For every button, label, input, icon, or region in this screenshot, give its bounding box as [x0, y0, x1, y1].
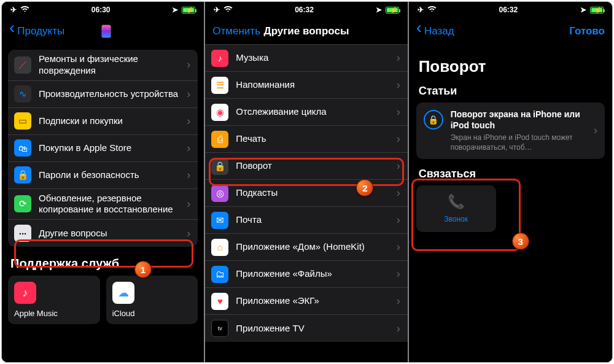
chevron-right-icon: › [187, 142, 190, 155]
tv-icon: tv [211, 320, 228, 337]
chevron-right-icon: › [397, 52, 400, 64]
row-homekit[interactable]: ⌂ Приложение «Дом» (HomeKit) › [205, 234, 407, 261]
screen-rotation: ✈ 06:32 ➤ ⚡ Назад Готово Поворот Статьи [409, 2, 612, 362]
row-tv[interactable]: tv Приложение TV › [205, 315, 407, 342]
chevron-right-icon: › [187, 58, 190, 71]
ecg-icon: ♥ [211, 293, 228, 310]
location-icon: ➤ [376, 6, 382, 14]
service-apple-music[interactable]: ♪ Apple Music [8, 276, 100, 324]
row-repairs[interactable]: ／ Ремонты и физические повреждения › [8, 50, 198, 81]
podcasts-icon: ◎ [211, 185, 228, 202]
mail-icon: ✉ [211, 212, 228, 229]
chevron-right-icon: › [187, 115, 190, 128]
contact-label: Звонок [444, 215, 468, 223]
article-row[interactable]: 🔒 Поворот экрана на iPhone или iPod touc… [416, 103, 605, 159]
row-podcasts[interactable]: ◎ Подкасты › [205, 180, 407, 207]
other-questions-list: ♪ Музыка › ☰ Напоминания › ◉ Отслеживани… [205, 45, 407, 342]
nav-title: Другие вопросы [262, 25, 351, 37]
article-subtitle: Экран на iPhone и iPod touch может повор… [451, 133, 586, 152]
chevron-right-icon: › [397, 268, 400, 281]
articles-header: Статьи [419, 85, 602, 98]
bag-icon: 🛍 [14, 139, 31, 157]
badge-3: 3 [512, 233, 529, 250]
contact-header: Связаться [419, 168, 602, 180]
row-backup[interactable]: ⟳ Обновление, резервное копирование и во… [8, 189, 198, 220]
row-performance[interactable]: ∿ Производительность устройства › [8, 81, 198, 108]
chevron-right-icon: › [397, 241, 400, 254]
row-reminders[interactable]: ☰ Напоминания › [205, 72, 407, 99]
topics-list: ／ Ремонты и физические повреждения › ∿ П… [8, 50, 198, 247]
row-subscriptions[interactable]: ▭ Подписки и покупки › [8, 108, 198, 135]
row-applestore[interactable]: 🛍 Покупки в Apple Store › [8, 135, 198, 162]
back-button[interactable]: Продукты [9, 25, 64, 37]
rotation-lock-icon: 🔒 [424, 110, 443, 130]
row-print[interactable]: ⎙ Печать › [205, 126, 407, 153]
home-icon: ⌂ [211, 239, 228, 256]
cancel-button[interactable]: Отменить [212, 25, 262, 37]
screen-products: ✈ 06:30 ➤ ⚡ Продукты ／ [2, 2, 205, 362]
done-button[interactable]: Готово [556, 25, 605, 37]
chevron-right-icon: › [187, 169, 190, 182]
nav-bar: Продукты [2, 18, 204, 45]
files-icon: 🗂 [211, 266, 228, 283]
battery-icon: ⚡ [386, 7, 399, 14]
location-icon: ➤ [580, 6, 586, 14]
airplane-icon: ✈ [418, 6, 424, 14]
services-header: Поддержка служб [10, 257, 195, 271]
screen-other-questions: ✈ 06:32 ➤ ⚡ Отменить Другие вопросы ♪ Му… [205, 2, 408, 362]
chevron-right-icon: › [397, 214, 400, 227]
article-title: Поворот экрана на iPhone или iPod touch [451, 109, 586, 131]
row-rotation[interactable]: 🔒 Поворот › [205, 153, 407, 180]
chevron-left-icon [416, 25, 422, 37]
music-icon: ♪ [14, 282, 36, 304]
music-icon: ♪ [211, 50, 228, 67]
lock-icon: 🔒 [14, 166, 31, 184]
chevron-right-icon: › [397, 79, 400, 91]
contact-call-card[interactable]: 📞 Звонок [416, 185, 496, 232]
chevron-right-icon: › [397, 106, 400, 118]
status-time: 06:32 [295, 6, 314, 14]
chevron-right-icon: › [397, 322, 400, 335]
chevron-right-icon: › [397, 295, 400, 308]
chevron-left-icon [9, 25, 15, 37]
back-button[interactable]: Назад [416, 25, 465, 37]
services-row: ♪ Apple Music ☁ iCloud [8, 276, 198, 324]
chevron-right-icon: › [397, 133, 400, 145]
status-bar: ✈ 06:32 ➤ ⚡ [205, 2, 407, 18]
chevron-right-icon: › [187, 88, 190, 101]
row-music[interactable]: ♪ Музыка › [205, 45, 407, 72]
row-ecg[interactable]: ♥ Приложение «ЭКГ» › [205, 288, 407, 315]
chevron-right-icon: › [594, 124, 597, 137]
rotation-lock-icon: 🔒 [211, 158, 228, 175]
chevron-right-icon: › [397, 187, 400, 199]
chevron-right-icon: › [187, 198, 190, 211]
wifi-icon [20, 6, 29, 14]
status-time: 06:32 [499, 6, 518, 14]
chevron-right-icon: › [187, 227, 190, 240]
row-files[interactable]: 🗂 Приложение «Файлы» › [205, 261, 407, 288]
badge-1: 1 [134, 261, 152, 278]
phone-icon: 📞 [448, 194, 464, 210]
back-label: Продукты [17, 25, 64, 37]
page-title: Поворот [419, 57, 602, 76]
location-icon: ➤ [172, 6, 178, 14]
printer-icon: ⎙ [211, 131, 228, 148]
device-thumbnail-icon [101, 25, 111, 38]
more-icon: ··· [14, 225, 31, 242]
chevron-right-icon: › [397, 160, 400, 172]
row-other-questions[interactable]: ··· Другие вопросы › [8, 220, 198, 247]
service-icloud[interactable]: ☁ iCloud [106, 276, 198, 324]
status-time: 06:30 [91, 6, 111, 14]
row-cycle-tracking[interactable]: ◉ Отслеживание цикла › [205, 99, 407, 126]
backup-icon: ⟳ [14, 195, 31, 212]
wifi-icon [427, 6, 437, 14]
airplane-icon: ✈ [10, 6, 17, 14]
cycle-icon: ◉ [211, 104, 228, 121]
battery-icon: ⚡ [590, 7, 604, 14]
row-security[interactable]: 🔒 Пароли и безопасность › [8, 162, 198, 189]
cloud-icon: ☁ [112, 282, 134, 304]
wallet-icon: ▭ [14, 112, 31, 130]
airplane-icon: ✈ [214, 6, 220, 14]
status-bar: ✈ 06:30 ➤ ⚡ [2, 2, 204, 18]
row-mail[interactable]: ✉ Почта › [205, 207, 407, 234]
